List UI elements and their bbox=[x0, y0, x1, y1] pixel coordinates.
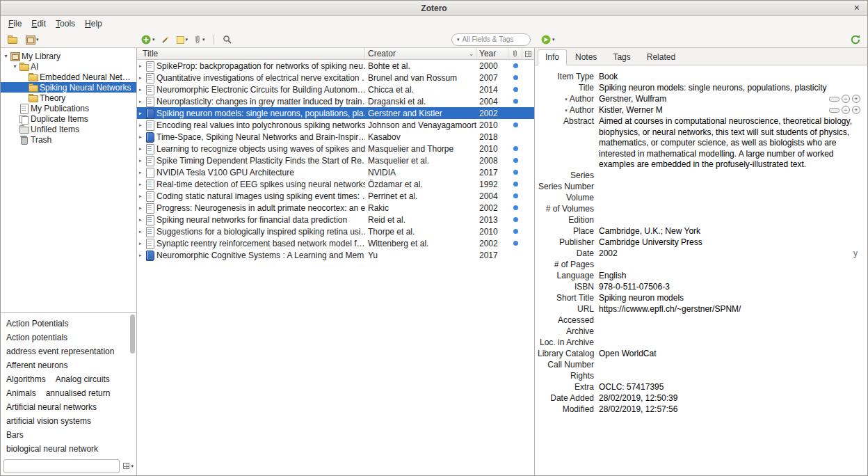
menu-edit[interactable]: Edit bbox=[26, 17, 51, 30]
column-header-year[interactable]: Year bbox=[476, 48, 508, 59]
item-row-chicca-et-al[interactable]: ▸Neuromorphic Electronic Circuits for Bu… bbox=[137, 84, 534, 95]
tab-notes[interactable]: Notes bbox=[568, 49, 604, 65]
field-value[interactable]: https://icwww.epfl.ch/~gerstner/SPNM/ bbox=[599, 304, 865, 315]
sync-button[interactable] bbox=[850, 34, 861, 45]
collection-theory[interactable]: Theory bbox=[1, 93, 136, 103]
expand-icon[interactable]: ▸ bbox=[137, 63, 144, 69]
column-header-title[interactable]: Title bbox=[137, 48, 365, 59]
search-scope-chevron-icon[interactable]: ▾ bbox=[457, 37, 460, 42]
new-item-button[interactable]: ▾ bbox=[141, 35, 155, 45]
tag-artificial-vision-systems[interactable]: artificial vision systems bbox=[6, 414, 91, 428]
expand-icon[interactable]: ▸ bbox=[137, 122, 144, 128]
collection-trash[interactable]: Trash bbox=[1, 134, 136, 145]
expand-icon[interactable]: ▸ bbox=[137, 253, 144, 258]
field-value[interactable]: 28/02/2019, 12:50:39 bbox=[599, 393, 865, 404]
expand-icon[interactable]: ▸ bbox=[137, 182, 144, 187]
collection-ai[interactable]: ▾AI bbox=[1, 61, 136, 72]
item-row-johnson-and-venayagamoorthy[interactable]: ▸Encoding real values into polychronous … bbox=[137, 119, 534, 131]
switch-creator-mode-icon[interactable] bbox=[829, 108, 839, 113]
scrollbar-thumb[interactable] bbox=[130, 315, 135, 354]
field-value[interactable]: Book bbox=[599, 72, 865, 83]
field-value[interactable]: Kistler, Werner M bbox=[599, 105, 825, 116]
menu-tools[interactable]: Tools bbox=[51, 17, 80, 30]
item-row-kasabov[interactable]: ▸Time-Space, Spiking Neural Networks and… bbox=[137, 131, 534, 143]
twisty-expanded-icon[interactable]: ▾ bbox=[2, 53, 10, 59]
expand-icon[interactable]: ▸ bbox=[137, 158, 144, 164]
menu-file[interactable]: File bbox=[3, 17, 26, 30]
new-collection-button[interactable] bbox=[7, 35, 17, 44]
creator-type-menu-icon[interactable]: ▾ bbox=[565, 108, 568, 113]
expand-icon[interactable]: ▸ bbox=[137, 205, 144, 211]
item-row-rakic[interactable]: ▸Progress: Neurogenesis in adult primate… bbox=[137, 202, 534, 214]
add-by-identifier-button[interactable] bbox=[161, 35, 170, 44]
locate-button[interactable]: ▾ bbox=[541, 35, 555, 45]
expand-icon[interactable]: ▸ bbox=[137, 217, 144, 223]
tag-afferent-neurons[interactable]: Afferent neurons bbox=[6, 358, 68, 372]
expand-icon[interactable]: ▸ bbox=[137, 75, 144, 81]
tag-analog-circuits[interactable]: Analog circuits bbox=[56, 372, 110, 386]
field-value[interactable]: OCLC: 57417395 bbox=[599, 382, 865, 393]
collection-spiking-neural-networks[interactable]: Spiking Neural Networks bbox=[1, 82, 136, 93]
tag-algorithms[interactable]: Algorithms bbox=[6, 372, 46, 386]
tag-annualised-return[interactable]: annualised return bbox=[46, 386, 111, 400]
new-note-button[interactable]: ▾ bbox=[177, 35, 188, 44]
expand-icon[interactable]: ▸ bbox=[137, 193, 144, 199]
close-button[interactable]: × bbox=[854, 2, 860, 13]
tab-info[interactable]: Info bbox=[538, 49, 567, 65]
add-attachment-button[interactable]: ▾ bbox=[194, 35, 205, 44]
collection-duplicate-items[interactable]: Duplicate Items bbox=[1, 113, 136, 124]
remove-creator-button[interactable]: − bbox=[842, 106, 850, 114]
expand-icon[interactable]: ▸ bbox=[137, 146, 144, 152]
tab-related[interactable]: Related bbox=[639, 49, 683, 65]
field-value[interactable]: Spiking neuron models: single neurons, p… bbox=[599, 83, 865, 94]
collection-unfiled-items[interactable]: Unfiled Items bbox=[1, 124, 136, 134]
item-row-masquelier-et-al[interactable]: ▸Spike Timing Dependent Plasticity Finds… bbox=[137, 154, 534, 166]
field-value[interactable]: 2002 bbox=[599, 248, 853, 260]
column-header-creator[interactable]: Creator ⌄ bbox=[365, 48, 476, 59]
tag-bars[interactable]: Bars bbox=[6, 428, 24, 442]
collection-my-library[interactable]: ▾My Library bbox=[1, 51, 136, 61]
expand-icon[interactable]: ▸ bbox=[137, 170, 144, 175]
field-value[interactable]: Spiking neuron models bbox=[599, 293, 865, 304]
add-creator-button[interactable]: + bbox=[852, 95, 860, 103]
collection-my-publications[interactable]: My Publications bbox=[1, 103, 136, 113]
tag-action-potentials[interactable]: Action potentials bbox=[6, 331, 67, 344]
item-row-gerstner-and-kistler[interactable]: ▸Spiking neuron models: single neurons, … bbox=[137, 107, 534, 119]
item-row-nvidia[interactable]: ▸NVIDIA Tesla V100 GPU ArchitectureNVIDI… bbox=[137, 166, 534, 178]
tag-animals[interactable]: Animals bbox=[6, 386, 36, 400]
expand-icon[interactable]: ▸ bbox=[137, 87, 144, 93]
expand-icon[interactable]: ▸ bbox=[137, 99, 144, 104]
field-value[interactable]: Cambridge University Press bbox=[599, 237, 865, 248]
creator-type-menu-icon[interactable]: ▾ bbox=[565, 97, 568, 102]
item-row-wittenberg-et-al[interactable]: ▸Synaptic reentry reinforcement based ne… bbox=[137, 237, 534, 249]
column-header-attachment[interactable] bbox=[508, 48, 522, 59]
tab-tags[interactable]: Tags bbox=[605, 49, 638, 65]
add-creator-button[interactable]: + bbox=[852, 106, 860, 114]
item-row-perrinet-et-al[interactable]: ▸Coding static natural images using spik… bbox=[137, 190, 534, 202]
field-value[interactable]: Cambridge, U.K.; New York bbox=[599, 226, 865, 237]
item-row-reid-et-al[interactable]: ▸Spiking neural networks for financial d… bbox=[137, 214, 534, 225]
tag-scrollbar[interactable] bbox=[129, 314, 136, 450]
expand-icon[interactable]: ▸ bbox=[137, 134, 144, 140]
search-input[interactable] bbox=[463, 35, 525, 43]
item-row-yu[interactable]: ▸Neuromorphic Cognitive Systems : A Lear… bbox=[137, 249, 534, 261]
field-value[interactable]: English bbox=[599, 271, 865, 282]
search-box[interactable]: ▾ bbox=[451, 33, 531, 46]
expand-icon[interactable]: ▸ bbox=[137, 111, 144, 116]
tag-selector-options-button[interactable]: ▾ bbox=[123, 463, 134, 469]
switch-creator-mode-icon[interactable] bbox=[829, 97, 839, 102]
expand-icon[interactable]: ▸ bbox=[137, 229, 144, 235]
remove-creator-button[interactable]: − bbox=[842, 95, 850, 103]
field-value[interactable]: Aimed at courses in computational neuros… bbox=[599, 116, 865, 170]
item-row-thorpe-et-al[interactable]: ▸Suggestions for a biologically inspired… bbox=[137, 225, 534, 237]
new-library-button[interactable]: ▾ bbox=[25, 35, 39, 44]
tag-address-event-representation[interactable]: address event representation bbox=[6, 344, 114, 358]
column-picker-button[interactable] bbox=[522, 48, 534, 59]
item-row-bohte-et-al[interactable]: ▸SpikeProp: backpropagation for networks… bbox=[137, 60, 534, 72]
item-row-brunel-and-van-rossum[interactable]: ▸Quantitative investigations of electric… bbox=[137, 72, 534, 84]
item-row-zdamar-et-al[interactable]: ▸Real-time detection of EEG spikes using… bbox=[137, 178, 534, 190]
tag-action-potentials[interactable]: Action Potentials bbox=[6, 317, 68, 331]
expand-icon[interactable]: ▸ bbox=[137, 241, 144, 246]
item-row-draganski-et-al[interactable]: ▸Neuroplasticity: changes in grey matter… bbox=[137, 95, 534, 107]
twisty-expanded-icon[interactable]: ▾ bbox=[11, 63, 19, 70]
